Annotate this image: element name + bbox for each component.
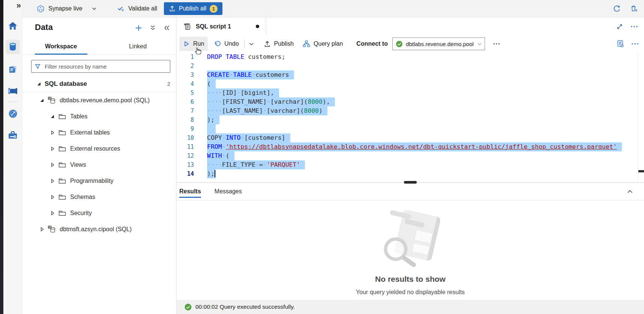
code-line-9[interactable]: 9	[177, 124, 644, 133]
tree-item-schemas[interactable]: Schemas	[23, 189, 176, 205]
text-cursor	[215, 170, 215, 177]
code-line-12[interactable]: 12WITH·(	[177, 151, 644, 160]
code-line-8[interactable]: 8);	[177, 115, 644, 124]
tab-linked[interactable]: Linked	[99, 39, 176, 54]
code-line-1[interactable]: 1DROP TABLE customers;	[177, 52, 644, 61]
code-line-5[interactable]: 5····[ID]·[bigint],	[177, 88, 644, 97]
code-line-7[interactable]: 7····[LAST_NAME]·[varchar](8000)	[177, 106, 644, 115]
sidebar-item-monitor[interactable]	[6, 106, 20, 121]
tree-item-external-tables[interactable]: External tables	[23, 124, 176, 141]
toolbar-more-icon[interactable]	[490, 37, 503, 51]
success-icon	[185, 304, 192, 311]
pool-select[interactable]: dbtlabs.revenue.demo.pool	[392, 37, 485, 50]
publish-all-button[interactable]: Publish all 1	[164, 2, 222, 15]
tab-more-actions-icon[interactable]	[630, 18, 638, 35]
window-edge	[0, 0, 3, 314]
tree-item-dbtlabs-revenue-demo-pool-sql-[interactable]: dbtlabs.revenue.demo.pool (SQL)	[23, 92, 176, 108]
editor-overview-ruler[interactable]	[638, 52, 644, 182]
tree-item-label: External resources	[70, 145, 120, 152]
results-panel: Results Messages	[177, 183, 644, 314]
add-resource-icon[interactable]	[135, 24, 143, 32]
collapsed-caret-icon[interactable]	[40, 227, 44, 232]
query-status-bar: 00:00:02 Query executed successfully.	[177, 300, 644, 314]
code-line-10[interactable]: 10COPY·INTO·[customers]	[177, 133, 644, 142]
code-line-content: ····[LAST_NAME]·[varchar](8000)	[207, 106, 327, 115]
code-line-content: DROP TABLE customers;	[207, 52, 285, 61]
integrate-icon	[8, 87, 18, 96]
tree-item-programmability[interactable]: Programmability	[23, 173, 176, 189]
sidebar-item-data[interactable]	[6, 40, 20, 54]
view-settings-icon[interactable]	[616, 35, 624, 52]
sidebar-item-integrate[interactable]	[6, 84, 20, 98]
branch-selector[interactable]: Synapse live	[37, 0, 97, 17]
collapsed-caret-icon[interactable]	[50, 179, 55, 183]
code-line-4[interactable]: 4(	[177, 79, 644, 88]
code-line-13[interactable]: 13····FILE_TYPE·=·'PARQUET'	[177, 160, 644, 169]
sql-script-icon	[183, 22, 191, 31]
code-line-6[interactable]: 6····[FIRST_NAME]·[varchar](8000),	[177, 97, 644, 106]
tab-messages[interactable]: Messages	[215, 183, 242, 200]
resource-filter[interactable]	[31, 60, 170, 73]
sidebar-item-manage[interactable]	[6, 128, 20, 142]
query-plan-button[interactable]: Query plan	[299, 37, 347, 51]
monitor-icon	[8, 109, 18, 119]
collapsed-caret-icon[interactable]	[50, 211, 55, 215]
branch-label: Synapse live	[48, 5, 83, 12]
tree-item-dbtmsft-azsyn-cipool-sql-[interactable]: dbtmsft.azsyn.cipool (SQL)	[23, 221, 176, 237]
code-line-content	[207, 124, 216, 133]
line-number: 7	[177, 106, 194, 115]
code-line-2[interactable]: 2	[177, 61, 644, 70]
collapsed-caret-icon[interactable]	[50, 195, 55, 199]
expand-editor-icon[interactable]	[616, 18, 623, 35]
publish-button[interactable]: Publish	[260, 37, 297, 51]
tab-results[interactable]: Results	[179, 183, 201, 200]
tree-item-security[interactable]: Security	[23, 205, 176, 221]
filter-input[interactable]	[44, 63, 167, 70]
tree-item-external-resources[interactable]: External resources	[23, 141, 176, 157]
results-tab-bar: Results Messages	[177, 183, 644, 200]
code-line-content: CREATE·TABLE·customers	[207, 70, 294, 79]
pool-selected-value: dbtlabs.revenue.demo.pool	[406, 41, 474, 47]
run-options-chevron-icon[interactable]	[246, 37, 257, 51]
splitter-drag-handle[interactable]	[404, 181, 417, 184]
collapsed-caret-icon[interactable]	[50, 163, 55, 167]
undo-button[interactable]: Undo	[210, 37, 242, 51]
tab-workspace[interactable]: Workspace	[23, 39, 99, 54]
tab-sql-script-1[interactable]: SQL script 1	[179, 18, 266, 35]
collapsed-caret-icon[interactable]	[50, 130, 55, 135]
tree-item-views[interactable]: Views	[23, 157, 176, 173]
code-line-content: );	[207, 115, 219, 124]
sidebar-item-home[interactable]	[6, 19, 20, 33]
expanded-caret-icon[interactable]	[37, 82, 41, 86]
manage-icon	[8, 130, 18, 140]
editor-more-actions-icon[interactable]	[631, 35, 639, 52]
expanded-caret-icon[interactable]	[40, 98, 44, 103]
refresh-icon[interactable]	[613, 4, 621, 12]
tree-item-label: dbtlabs.revenue.demo.pool (SQL)	[60, 97, 150, 104]
expanded-caret-icon[interactable]	[50, 114, 55, 119]
results-empty-state: No results to show Your query yielded no…	[177, 200, 644, 300]
collapsed-caret-icon[interactable]	[50, 147, 55, 151]
code-line-3[interactable]: 3CREATE·TABLE·customers	[177, 70, 644, 79]
query-plan-icon	[303, 40, 310, 48]
code-line-14[interactable]: 14);	[177, 169, 644, 178]
unsaved-changes-dot	[256, 25, 259, 28]
collapse-all-icon[interactable]	[149, 24, 156, 31]
line-number: 2	[177, 61, 194, 70]
cursor-position-marker	[638, 170, 644, 172]
tree-item-count: 2	[167, 81, 176, 87]
tree-item-sql-database[interactable]: SQL database2	[23, 76, 176, 92]
tree-item-tables[interactable]: Tables	[23, 108, 176, 124]
tree-item-label: Programmability	[70, 178, 114, 184]
expand-rail-icon[interactable]: »	[17, 1, 21, 10]
validate-all-button[interactable]: Validate all	[117, 0, 157, 17]
code-editor[interactable]: 1DROP TABLE customers;23CREATE·TABLE·cus…	[177, 52, 644, 182]
sidebar-item-develop[interactable]	[6, 62, 20, 76]
folder-icon	[58, 177, 66, 185]
code-line-11[interactable]: 11FROM·'https://dbtlabsynapsedatalake.bl…	[177, 142, 644, 151]
synapse-live-icon	[37, 5, 45, 13]
collapse-results-icon[interactable]	[626, 188, 633, 195]
panel-title: Data	[35, 22, 53, 32]
discard-all-icon[interactable]	[630, 4, 638, 13]
collapse-panel-icon[interactable]	[163, 24, 170, 31]
